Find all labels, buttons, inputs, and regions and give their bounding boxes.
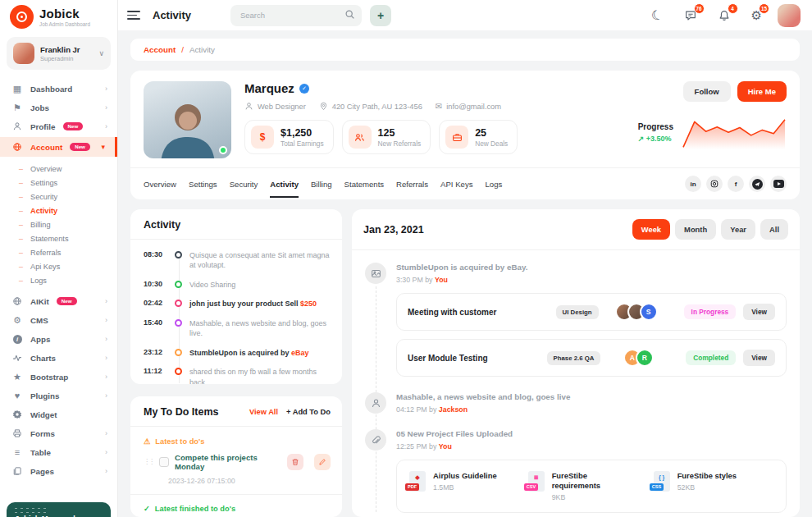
tab-activity[interactable]: Activity — [270, 178, 299, 190]
tab-overview[interactable]: Overview — [144, 178, 176, 190]
todo-add-link[interactable]: + Add To Do — [286, 408, 331, 416]
profile-tabs: OverviewSettingsSecurityActivityBillingS… — [130, 167, 800, 199]
file-list: ◆ PDF Airplus Guideline 1.5MB ≣ CSV Fure… — [396, 460, 787, 513]
activity-item: 15:40 Mashable, a news website and blog,… — [144, 318, 331, 338]
submenu-item-statements[interactable]: – Statements — [0, 231, 117, 245]
submenu-item-billing[interactable]: – Billing — [0, 217, 117, 231]
hire-me-button[interactable]: Hire Me — [737, 81, 787, 102]
dash-icon: – — [19, 249, 23, 257]
sidebar-item-dashboard[interactable]: ▦ Dashboard› — [0, 80, 117, 97]
social-facebook-button[interactable]: f — [728, 176, 744, 192]
breadcrumb: Account / Activity — [130, 39, 800, 61]
sidebar-item-jobs[interactable]: ⚑ Jobs› — [0, 99, 117, 116]
hamburger-icon[interactable] — [127, 11, 140, 20]
follow-button[interactable]: Follow — [683, 81, 731, 102]
sidebar-item-charts[interactable]: Charts› — [0, 350, 117, 366]
todo-checkbox[interactable] — [159, 457, 169, 467]
edit-todo-button[interactable] — [314, 454, 331, 470]
profile-stats: $ $1,250 Total Earnings 125 New Referral… — [244, 120, 600, 154]
new-badge: New — [70, 143, 90, 151]
table-icon: ≡ — [11, 447, 23, 457]
event-title: StumbleUpon is acquired by eBay. — [396, 263, 527, 273]
sidebar-item-plugins[interactable]: ♥ Plugins› — [0, 387, 117, 404]
social-instagram-button[interactable] — [706, 176, 723, 192]
social-telegram-button[interactable] — [749, 176, 765, 192]
file-item[interactable]: { } CSS FureStibe styles 52KB — [654, 471, 737, 501]
facebook-icon: f — [735, 181, 737, 188]
sidebar-item-apps[interactable]: i Apps› — [0, 331, 117, 347]
social-youtube-button[interactable] — [770, 176, 787, 192]
progress-sparkline — [682, 115, 787, 149]
filter-all-button[interactable]: All — [760, 219, 788, 240]
sidebar-item-profile[interactable]: ProfileNew› — [0, 118, 117, 135]
brand[interactable]: Jobick Job Admin Dashboard — [0, 0, 117, 32]
header-avatar[interactable] — [778, 4, 801, 27]
notifications-button[interactable]: 4 — [718, 9, 731, 22]
sidebar-promo-card[interactable]: Jobick Managed — [7, 502, 111, 517]
day-activity-card: Jan 23, 2021 WeekMonthYearAll StumbleUpo… — [352, 209, 800, 517]
file-item[interactable]: ◆ PDF Airplus Guideline 1.5MB — [409, 471, 497, 501]
stat-total-earnings: $ $1,250 Total Earnings — [244, 120, 334, 154]
profile-name: Marquez — [244, 81, 294, 95]
filter-month-button[interactable]: Month — [675, 219, 716, 240]
filter-week-button[interactable]: Week — [632, 219, 670, 240]
tab-referrals[interactable]: Referrals — [396, 178, 428, 190]
submenu-item-logs[interactable]: – Logs — [0, 273, 117, 287]
search-input[interactable] — [240, 11, 344, 20]
aikit-icon — [11, 296, 23, 306]
submenu-item-security[interactable]: – Security — [0, 190, 117, 204]
view-button[interactable]: View — [743, 350, 775, 366]
stat-value: 125 — [378, 127, 422, 139]
sidebar-item-aikit[interactable]: AIKitNew› — [0, 293, 117, 309]
sidebar-user-menu[interactable]: Franklin Jr Superadmin ∨ — [7, 37, 111, 70]
activity-timeline: 08:30 Quisque a consequat ante Sit amet … — [130, 240, 342, 384]
chevron-right-icon: › — [105, 122, 107, 130]
profile-email[interactable]: ✉ info@gmail.com — [436, 102, 501, 111]
add-button[interactable]: + — [370, 5, 391, 26]
event-time: 3:30 PM by You — [396, 276, 527, 284]
tab-logs[interactable]: Logs — [486, 178, 503, 190]
verified-badge-icon: ✓ — [299, 84, 309, 94]
tab-security[interactable]: Security — [230, 178, 258, 190]
status-badge: Completed — [686, 350, 736, 365]
submenu-item-api-keys[interactable]: – Api Keys — [0, 259, 117, 273]
sidebar-item-cms[interactable]: ⚙ CMS› — [0, 312, 117, 328]
settings-button[interactable]: ⚙ 15 — [751, 9, 762, 21]
social-linkedin-button[interactable]: in — [685, 176, 701, 192]
person-icon — [244, 102, 253, 111]
submenu-item-settings[interactable]: – Settings — [0, 176, 117, 190]
todo-view-all-link[interactable]: View All — [249, 408, 278, 416]
filter-year-button[interactable]: Year — [721, 219, 755, 240]
submenu-item-overview[interactable]: – Overview — [0, 162, 117, 176]
tab-settings[interactable]: Settings — [189, 178, 217, 190]
drag-handle-icon[interactable]: ⋮⋮ — [144, 459, 153, 465]
sidebar-item-widget[interactable]: Widget — [0, 406, 117, 423]
sidebar-item-label: Dashboard — [30, 85, 72, 94]
view-button[interactable]: View — [743, 304, 775, 320]
tab-api-keys[interactable]: API Keys — [440, 178, 472, 190]
sidebar-item-table[interactable]: ≡ Table› — [0, 444, 117, 460]
sidebar-item-label: Widget — [30, 410, 57, 419]
sidebar-item-account[interactable]: AccountNew▾ — [0, 137, 117, 157]
messages-button[interactable]: 76 — [684, 9, 697, 22]
submenu-item-referrals[interactable]: – Referrals — [0, 245, 117, 259]
chevron-down-icon: ▾ — [101, 143, 105, 151]
delete-todo-button[interactable] — [287, 454, 303, 470]
sidebar-item-pages[interactable]: Pages› — [0, 463, 117, 479]
file-item[interactable]: ≣ CSV FureStibe requirements 9KB — [528, 471, 623, 501]
avatar: R — [636, 349, 654, 367]
dark-mode-toggle[interactable]: ☾ — [651, 7, 663, 23]
event-author[interactable]: You — [439, 442, 452, 451]
search-icon[interactable] — [344, 9, 355, 21]
breadcrumb-section[interactable]: Account — [144, 45, 176, 54]
tab-statements[interactable]: Statements — [344, 178, 385, 190]
sidebar-item-bootstrap[interactable]: ★ Bootstrap› — [0, 368, 117, 385]
submenu-item-activity[interactable]: – Activity — [0, 204, 117, 217]
sidebar-item-forms[interactable]: Forms› — [0, 425, 117, 442]
activity-item: 23:12 StumbleUpon is acquired by eBay — [144, 348, 331, 358]
sidebar-item-label: Jobs — [30, 103, 49, 112]
task-title: Meeting with customer — [408, 308, 556, 317]
event-author[interactable]: Jackson — [439, 405, 468, 414]
event-author[interactable]: You — [435, 276, 448, 284]
tab-billing[interactable]: Billing — [311, 178, 332, 190]
